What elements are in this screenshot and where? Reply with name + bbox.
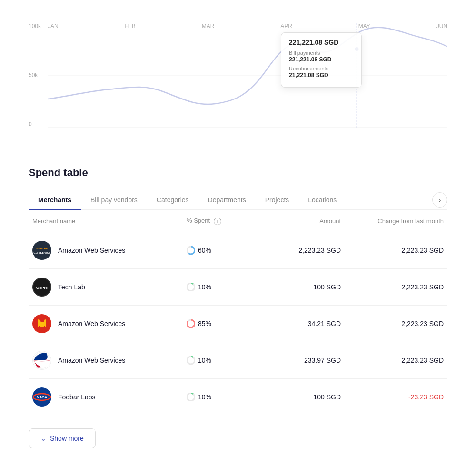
tooltip-label-2: Reimbursements: [289, 66, 354, 71]
spent-percent: 10%: [198, 283, 211, 291]
merchant-cell: NASA Foobar Labs: [29, 387, 187, 407]
change-cell: 2,223.23 SGD: [341, 247, 447, 254]
change-cell: 2,223.23 SGD: [341, 357, 447, 364]
tab-scroll-right[interactable]: ›: [432, 192, 447, 208]
merchant-cell: Amazon Web Services: [29, 314, 187, 333]
spent-cell: 85%: [187, 319, 264, 328]
y-axis-labels: 100k 50k 0: [29, 23, 41, 128]
change-cell: -23.23 SGD: [341, 393, 447, 401]
tooltip-row-2: Reimbursements 21,221.08 SGD: [289, 66, 354, 79]
amount-cell: 100 SGD: [264, 283, 341, 291]
tab-departments[interactable]: Departments: [198, 190, 256, 210]
table-row: Amazon Web Services 10% 233.97 SGD 2,223…: [29, 342, 447, 379]
tooltip-row-1: Bill payments 221,221.08 SGD: [289, 50, 354, 63]
tab-bill-pay[interactable]: Bill pay vendors: [81, 190, 147, 210]
tabs-bar: Merchants Bill pay vendors Categories De…: [29, 190, 447, 210]
spent-cell: 10%: [187, 356, 264, 365]
chart-container: 100k 50k 0 221,221.08 SGD Bi: [29, 23, 447, 147]
y-label-0: 0: [29, 121, 41, 128]
header-amount: Amount: [264, 218, 341, 225]
merchant-name: Amazon Web Services: [58, 247, 125, 254]
spent-cell: 60%: [187, 246, 264, 255]
tab-locations[interactable]: Locations: [298, 190, 346, 210]
show-more-button[interactable]: ⌄ Show more: [29, 428, 96, 448]
table-rows-container: amazon WEB SERVICES Amazon Web Services …: [29, 232, 447, 415]
amount-cell: 233.97 SGD: [264, 357, 341, 364]
spent-info-icon[interactable]: i: [214, 218, 221, 225]
y-label-50k: 50k: [29, 72, 41, 79]
spent-percent: 10%: [198, 393, 211, 401]
spent-percent: 85%: [198, 320, 211, 327]
change-cell: 2,223.23 SGD: [341, 283, 447, 291]
svg-text:NASA: NASA: [37, 395, 48, 399]
svg-text:GoPro: GoPro: [36, 286, 48, 290]
table-row: NASA Foobar Labs 10% 100 SGD -23.23 SGD: [29, 379, 447, 415]
svg-point-10: [187, 283, 195, 291]
tooltip-value-2: 21,221.08 SGD: [289, 72, 354, 79]
show-more-icon: ⌄: [40, 435, 46, 442]
merchant-name: Tech Lab: [58, 283, 85, 291]
amount-cell: 100 SGD: [264, 393, 341, 401]
table-header: Merchant name % Spent i Amount Change fr…: [29, 210, 447, 232]
merchant-cell: GoPro Tech Lab: [29, 278, 187, 297]
spent-percent: 60%: [198, 247, 211, 254]
merchant-cell: Amazon Web Services: [29, 351, 187, 370]
merchant-name: Amazon Web Services: [58, 357, 125, 364]
change-cell: 2,223.23 SGD: [341, 320, 447, 327]
svg-text:WEB SERVICES: WEB SERVICES: [33, 251, 50, 254]
merchant-name: Amazon Web Services: [58, 320, 125, 327]
spend-section: Spend table Merchants Bill pay vendors C…: [0, 162, 476, 467]
chart-tooltip: 221,221.08 SGD Bill payments 221,221.08 …: [281, 32, 362, 88]
amount-cell: 2,223.23 SGD: [264, 247, 341, 254]
chart-svg: 221,221.08 SGD Bill payments 221,221.08 …: [48, 23, 447, 128]
merchant-cell: amazon WEB SERVICES Amazon Web Services: [29, 241, 187, 260]
header-merchant: Merchant name: [29, 218, 187, 225]
tab-categories[interactable]: Categories: [147, 190, 198, 210]
spend-table-title: Spend table: [29, 167, 447, 179]
svg-point-20: [187, 393, 195, 401]
table-row: Amazon Web Services 85% 34.21 SGD 2,223.…: [29, 306, 447, 342]
svg-text:amazon: amazon: [36, 247, 48, 250]
table-row: GoPro Tech Lab 10% 100 SGD 2,223.23 SGD: [29, 269, 447, 306]
chart-area: 100k 50k 0 221,221.08 SGD Bi: [0, 0, 476, 162]
tooltip-label-1: Bill payments: [289, 50, 354, 56]
tooltip-value-1: 221,221.08 SGD: [289, 56, 354, 63]
svg-point-15: [187, 357, 195, 364]
header-change: Change from last month: [341, 218, 447, 225]
tab-merchants[interactable]: Merchants: [29, 190, 81, 210]
y-label-100k: 100k: [29, 23, 41, 30]
amount-cell: 34.21 SGD: [264, 320, 341, 327]
tooltip-main-amount: 221,221.08 SGD: [289, 39, 354, 46]
tab-projects[interactable]: Projects: [256, 190, 299, 210]
spent-percent: 10%: [198, 357, 211, 364]
merchant-name: Foobar Labs: [58, 393, 96, 401]
table-row: amazon WEB SERVICES Amazon Web Services …: [29, 232, 447, 269]
spent-cell: 10%: [187, 283, 264, 291]
header-spent: % Spent i: [187, 217, 264, 225]
spent-cell: 10%: [187, 393, 264, 401]
show-more-label: Show more: [50, 435, 84, 442]
